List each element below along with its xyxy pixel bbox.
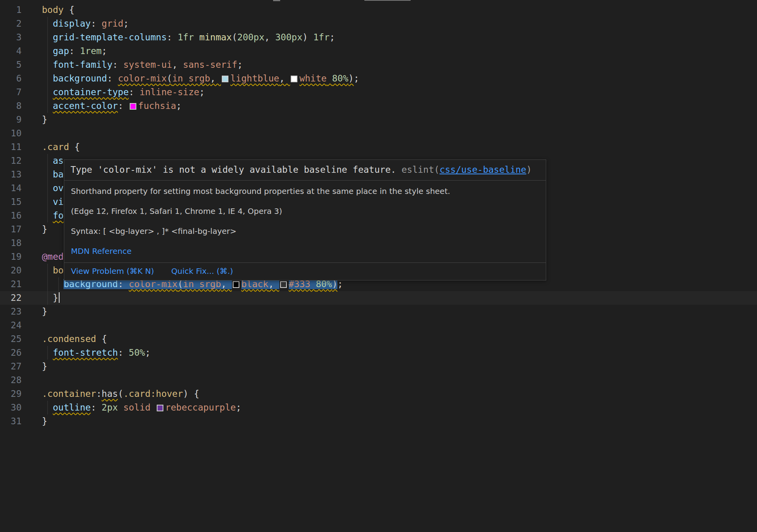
code-token[interactable]: ; [123, 18, 129, 29]
code-token[interactable]: body [42, 5, 63, 15]
code-token[interactable]: ) [302, 32, 308, 42]
code-token[interactable] [194, 32, 199, 42]
eslint-rule-link[interactable]: css/use-baseline [440, 165, 527, 175]
code-token[interactable]: : [129, 87, 140, 97]
line-number[interactable]: 3 [0, 31, 22, 44]
code-token[interactable] [327, 73, 332, 83]
code-token[interactable]: ( [232, 32, 237, 42]
code-token[interactable]: 50% [129, 347, 145, 358]
code-token[interactable]: ; [237, 60, 243, 70]
code-content[interactable]: } [22, 414, 757, 428]
line-number[interactable]: 23 [0, 305, 22, 318]
code-token[interactable]: ; [236, 402, 241, 413]
code-content[interactable]: background: color-mix(in srgb, lightblue… [22, 72, 757, 85]
code-token[interactable]: } [42, 293, 58, 303]
line-number[interactable]: 18 [0, 236, 22, 250]
code-token[interactable]: 80% [332, 73, 348, 83]
code-token[interactable]: 1fr [313, 32, 330, 42]
code-token[interactable]: 1rem [80, 46, 101, 56]
code-token[interactable]: solid [123, 402, 150, 413]
code-token[interactable]: : [91, 402, 102, 413]
code-token[interactable]: .container [42, 389, 96, 399]
code-token[interactable]: { [188, 389, 199, 399]
line-number[interactable]: 7 [0, 85, 22, 99]
line-number[interactable]: 14 [0, 181, 22, 195]
code-token[interactable]: ; [199, 87, 205, 97]
code-content[interactable]: font-stretch: 50%; [22, 346, 757, 360]
line-number[interactable]: 12 [0, 154, 22, 168]
code-token[interactable]: } [42, 306, 47, 317]
color-swatch[interactable] [280, 281, 287, 288]
code-content[interactable]: outline: 2px solid rebeccapurple; [22, 401, 757, 414]
code-token[interactable] [308, 32, 313, 42]
line-number[interactable]: 19 [0, 250, 22, 264]
code-token[interactable]: } [42, 361, 47, 371]
code-token[interactable]: ) [183, 389, 188, 399]
code-content[interactable]: accent-color: fuchsia; [22, 99, 757, 113]
code-token[interactable] [42, 279, 63, 289]
code-token[interactable]: system-ui [123, 60, 172, 70]
code-token[interactable]: } [42, 224, 47, 234]
code-token[interactable]: sans-serif [183, 60, 237, 70]
line-number[interactable]: 28 [0, 373, 22, 387]
line-number[interactable]: 8 [0, 99, 22, 113]
code-content[interactable]: } [22, 360, 757, 373]
code-token[interactable]: rebeccapurple [165, 402, 236, 413]
line-number[interactable]: 24 [0, 318, 22, 332]
code-token[interactable]: .condensed [42, 334, 96, 344]
code-token[interactable]: ( [167, 73, 172, 83]
line-number[interactable]: 27 [0, 360, 22, 373]
code-token[interactable]: color-mix [118, 73, 167, 83]
line-number[interactable]: 21 [0, 277, 22, 291]
code-content[interactable] [22, 373, 757, 387]
line-number[interactable]: 26 [0, 346, 22, 360]
code-token[interactable]: ; [330, 32, 335, 42]
line-number[interactable]: 29 [0, 387, 22, 401]
code-content[interactable]: font-family: system-ui, sans-serif; [22, 58, 757, 72]
code-token[interactable] [118, 402, 123, 413]
code-token[interactable]: font-family [53, 60, 112, 70]
line-number[interactable]: 17 [0, 223, 22, 236]
code-token[interactable]: inline-size [139, 87, 199, 97]
code-token[interactable]: .card:hover [123, 389, 183, 399]
color-swatch[interactable] [130, 103, 136, 110]
code-token[interactable]: ; [176, 101, 182, 111]
code-token[interactable]: , [172, 60, 183, 70]
code-content[interactable]: .card { [22, 140, 757, 154]
code-token[interactable] [150, 402, 156, 413]
line-number[interactable]: 16 [0, 209, 22, 223]
line-number[interactable]: 6 [0, 72, 22, 85]
line-number[interactable]: 15 [0, 195, 22, 209]
code-content[interactable]: .condensed { [22, 332, 757, 346]
code-content[interactable]: } [22, 305, 757, 318]
code-content[interactable]: gap: 1rem; [22, 44, 757, 58]
code-token[interactable]: minmax [199, 32, 232, 42]
code-token[interactable]: 1fr [177, 32, 194, 42]
code-token[interactable]: 300px [275, 32, 302, 42]
quick-fix-action[interactable]: Quick Fix... (⌘.) [171, 266, 233, 276]
code-token[interactable]: display [53, 18, 91, 29]
code-editor[interactable]: 1body {2 display: grid;3 grid-template-c… [0, 0, 757, 532]
code-token[interactable]: 2px [101, 402, 118, 413]
code-token[interactable]: ; [101, 46, 107, 56]
code-token[interactable]: lightblue [230, 73, 279, 83]
code-token[interactable]: white [299, 73, 326, 83]
code-token[interactable]: container-type [53, 87, 129, 97]
code-token[interactable]: font-stretch [53, 347, 118, 358]
code-content[interactable] [22, 318, 757, 332]
code-token[interactable]: ; [354, 73, 359, 83]
code-token[interactable]: , [264, 32, 275, 42]
line-number[interactable]: 1 [0, 3, 22, 17]
line-number[interactable]: 22 [0, 291, 22, 305]
line-number[interactable]: 2 [0, 17, 22, 31]
code-token[interactable]: ) [348, 73, 354, 83]
code-token[interactable]: : [118, 101, 129, 111]
code-token[interactable]: : [91, 18, 102, 29]
code-token[interactable]: ( [118, 389, 123, 399]
code-token[interactable]: { [69, 142, 80, 152]
code-token[interactable]: : [96, 389, 101, 399]
code-token[interactable]: .card [42, 142, 69, 152]
line-number[interactable]: 25 [0, 332, 22, 346]
line-number[interactable]: 31 [0, 414, 22, 428]
code-token[interactable]: fuchsia [138, 101, 176, 111]
